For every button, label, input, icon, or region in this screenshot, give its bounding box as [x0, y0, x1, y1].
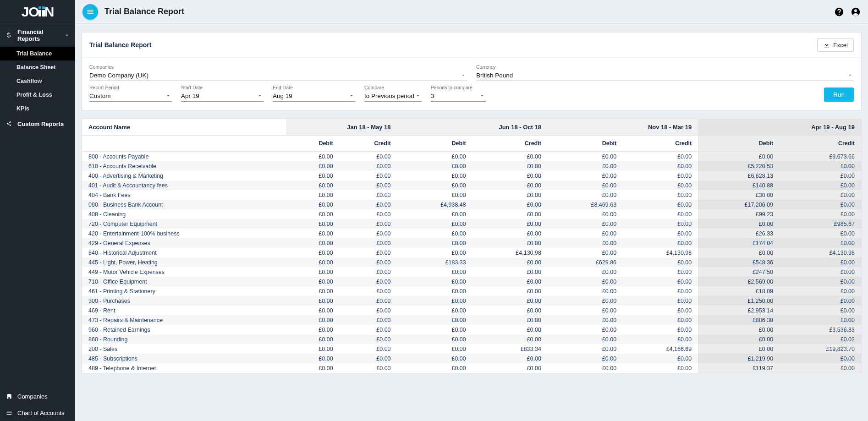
help-button[interactable] — [834, 7, 844, 17]
table-row[interactable]: 400 - Advertising & Marketing£0.00£0.00£… — [82, 171, 861, 180]
sidebar-item-trial-balance[interactable]: Trial Balance — [0, 47, 75, 60]
table-row[interactable]: 408 - Cleaning£0.00£0.00£0.00£0.00£0.00£… — [82, 209, 861, 219]
dropdown-icon — [165, 92, 172, 99]
cell-credit: £0.00 — [472, 229, 548, 238]
cell-credit: £0.00 — [780, 257, 861, 267]
export-excel-button[interactable]: Excel — [817, 38, 854, 52]
table-row[interactable]: 485 - Subscriptions£0.00£0.00£0.00£0.00£… — [82, 354, 861, 363]
nav-companies[interactable]: Companies — [0, 388, 75, 405]
th-account: Account Name — [82, 119, 286, 136]
cell-debit: £1,250.00 — [698, 296, 780, 306]
compare-field[interactable]: Compare to Previous period — [364, 85, 422, 102]
sidebar-item-label: Balance Sheet — [16, 64, 55, 71]
sidebar-item-kpis[interactable]: KPIs — [0, 102, 75, 115]
cell-credit: £0.00 — [623, 363, 698, 373]
currency-field[interactable]: Currency British Pound — [476, 64, 854, 81]
account-button[interactable] — [851, 7, 861, 17]
cell-credit: £0.00 — [340, 248, 397, 257]
th-debit: Debit — [286, 136, 339, 152]
cell-debit: £30.00 — [698, 190, 780, 200]
cell-credit: £0.00 — [623, 354, 698, 363]
cell-account: 960 - Retained Earnings — [82, 325, 286, 334]
report-title: Trial Balance Report — [89, 41, 151, 49]
periods-to-compare-field[interactable]: Periods to compare 3 — [431, 85, 486, 102]
nav-item-label: Companies — [17, 393, 48, 400]
end-date-field[interactable]: End Date Aug 19 — [273, 85, 355, 102]
table-row[interactable]: 860 - Rounding£0.00£0.00£0.00£0.00£0.00£… — [82, 334, 861, 344]
table-row[interactable]: 200 - Sales£0.00£0.00£0.00£833.34£0.00£4… — [82, 344, 861, 354]
nav-heading-financial-reports[interactable]: Financial Reports — [0, 24, 75, 47]
cell-debit: £0.00 — [397, 219, 472, 229]
nav-chart-of-accounts[interactable]: Chart of Accounts — [0, 405, 75, 421]
cell-credit: £0.00 — [623, 296, 698, 306]
cell-credit: £0.00 — [340, 200, 397, 209]
cell-credit: £0.00 — [780, 180, 861, 190]
table-row[interactable]: 960 - Retained Earnings£0.00£0.00£0.00£0… — [82, 325, 861, 334]
cell-debit: £0.00 — [698, 344, 780, 354]
table-row[interactable]: 449 - Motor Vehicle Expenses£0.00£0.00£0… — [82, 267, 861, 277]
run-button[interactable]: Run — [824, 87, 854, 102]
table-row[interactable]: 445 - Light, Power, Heating£0.00£0.00£18… — [82, 257, 861, 267]
nav-group-financial-reports: Financial Reports Trial BalanceBalance S… — [0, 24, 75, 115]
cell-credit: £0.00 — [472, 277, 548, 286]
cell-debit: £17,206.09 — [698, 200, 780, 209]
table-row[interactable]: 401 - Audit & Accountancy fees£0.00£0.00… — [82, 180, 861, 190]
cell-account: 401 - Audit & Accountancy fees — [82, 180, 286, 190]
cell-credit: £0.00 — [623, 219, 698, 229]
table-row[interactable]: 429 - General Expenses£0.00£0.00£0.00£0.… — [82, 238, 861, 248]
cell-account: 610 - Accounts Receivable — [82, 161, 286, 171]
cell-debit: £548.36 — [698, 257, 780, 267]
cell-debit: £0.00 — [548, 306, 623, 315]
cell-credit: £0.00 — [623, 325, 698, 334]
report-period-field[interactable]: Report Period Custom — [89, 85, 172, 102]
table-row[interactable]: 473 - Repairs & Maintenance£0.00£0.00£0.… — [82, 315, 861, 325]
table-row[interactable]: 710 - Office Equipment£0.00£0.00£0.00£0.… — [82, 277, 861, 286]
cell-credit: £0.00 — [472, 161, 548, 171]
cell-credit: £0.00 — [472, 286, 548, 296]
field-label: Report Period — [89, 85, 172, 90]
trial-balance-table: Account NameJan 18 - May 18Jun 18 - Oct … — [82, 119, 861, 373]
logo[interactable]: JO N — [0, 0, 75, 24]
companies-field[interactable]: Companies Demo Company (UK) — [89, 64, 467, 81]
topbar: Trial Balance Report — [75, 0, 868, 24]
sidebar-item-balance-sheet[interactable]: Balance Sheet — [0, 60, 75, 74]
table-row[interactable]: 489 - Telephone & Internet£0.00£0.00£0.0… — [82, 363, 861, 373]
table-row[interactable]: 090 - Business Bank Account£0.00£0.00£4,… — [82, 200, 861, 209]
cell-credit: £0.00 — [780, 200, 861, 209]
table-row[interactable]: 800 - Accounts Payable£0.00£0.00£0.00£0.… — [82, 152, 861, 162]
cell-credit: £0.00 — [780, 286, 861, 296]
table-row[interactable]: 404 - Bank Fees£0.00£0.00£0.00£0.00£0.00… — [82, 190, 861, 200]
table-row[interactable]: 840 - Historical Adjustment£0.00£0.00£0.… — [82, 248, 861, 257]
table-row[interactable]: 469 - Rent£0.00£0.00£0.00£0.00£0.00£0.00… — [82, 306, 861, 315]
sidebar-item-profit-loss[interactable]: Profit & Loss — [0, 88, 75, 102]
cell-debit: £0.00 — [548, 354, 623, 363]
sidebar-item-cashflow[interactable]: Cashflow — [0, 74, 75, 88]
table-row[interactable]: 610 - Accounts Receivable£0.00£0.00£0.00… — [82, 161, 861, 171]
table-row[interactable]: 300 - Purchases£0.00£0.00£0.00£0.00£0.00… — [82, 296, 861, 306]
page-title: Trial Balance Report — [104, 7, 184, 16]
cell-credit: £0.00 — [340, 286, 397, 296]
start-date-field[interactable]: Start Date Apr 19 — [181, 85, 264, 102]
cell-credit: £0.00 — [623, 180, 698, 190]
cell-credit: £0.00 — [472, 171, 548, 180]
table-row[interactable]: 420 - Entertainment-100% business£0.00£0… — [82, 229, 861, 238]
cell-debit: £0.00 — [698, 325, 780, 334]
field-value: Aug 19 — [273, 93, 292, 99]
cell-credit: £0.00 — [340, 363, 397, 373]
nav-heading-label: Custom Reports — [17, 120, 64, 127]
table-row[interactable]: 720 - Computer Equipment£0.00£0.00£0.00£… — [82, 219, 861, 229]
cell-credit: £0.00 — [780, 296, 861, 306]
th-credit: Credit — [780, 136, 861, 152]
cell-credit: £0.00 — [340, 229, 397, 238]
sidebar: JO N Financial Reports Trial BalanceBala… — [0, 0, 75, 421]
cell-debit: £0.00 — [548, 267, 623, 277]
table-row[interactable]: 461 - Printing & Stationery£0.00£0.00£0.… — [82, 286, 861, 296]
cell-debit: £0.00 — [548, 277, 623, 286]
cell-account: 720 - Computer Equipment — [82, 219, 286, 229]
nav-heading-custom-reports[interactable]: Custom Reports — [0, 115, 75, 132]
cell-debit: £0.00 — [397, 325, 472, 334]
cell-debit: £5,220.53 — [698, 161, 780, 171]
menu-button[interactable] — [82, 4, 98, 20]
cell-account: 469 - Rent — [82, 306, 286, 315]
cell-debit: £0.00 — [286, 229, 339, 238]
